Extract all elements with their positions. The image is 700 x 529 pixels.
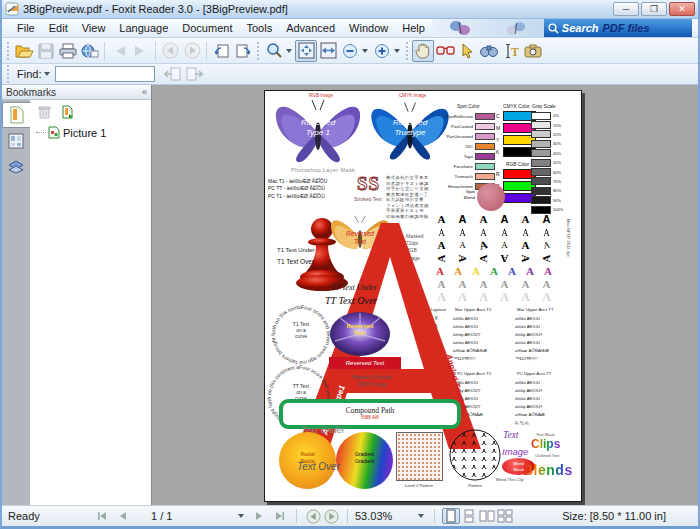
select-tool-button[interactable] [456,40,478,62]
open-button[interactable] [13,40,35,62]
rotate-right-button[interactable] [232,40,254,62]
font-sample-lines: Mac T1 - àéîõüÆØ ÅÉÎÕÜPC TT - àéîõüÆØ ÅÉ… [268,178,327,200]
masked-overlap-label: Masked OverlapRGB Image [337,374,407,388]
continuous-facing-layout-button[interactable] [496,508,514,524]
compound-path-sub: fN88.AI8 [283,415,457,420]
gray-step-label: 70% [551,179,561,184]
pages-panel-icon [8,133,24,149]
minimize-button[interactable]: ─ [613,2,639,16]
bookmark-page-icon [48,126,60,139]
status-next-view-button[interactable] [322,508,340,524]
bookmark-item-picture1[interactable]: Picture 1 [30,122,151,139]
spot-color-swatch [475,123,495,130]
tt-text-under: TT Text Under [331,283,377,292]
next-page-button[interactable] [250,508,268,524]
search-pdf-box[interactable]: Search PDF files [544,19,692,37]
spot-blend-circle [477,183,505,211]
image-word: Image [502,446,528,457]
menu-document[interactable]: Document [175,20,239,36]
menu-advanced[interactable]: Advanced [279,20,342,36]
find-dropdown[interactable] [44,72,50,76]
rotate-left-button[interactable] [210,40,232,62]
gray-step-label: 30% [551,141,561,146]
fit-width-button[interactable] [317,40,339,62]
color-bar-row: K [496,147,536,157]
forward-button[interactable] [130,40,152,62]
status-previous-view-button[interactable] [304,508,322,524]
spot-color-swatch [475,153,495,160]
pdf-page[interactable]: RGB Image CMYK Image ReversedType 1 [264,90,582,502]
zoom-in-button[interactable] [371,40,393,62]
zoom-out-dropdown[interactable] [362,49,368,53]
gray-swatch [531,168,551,176]
findbar-gripper[interactable] [6,65,11,83]
menu-file[interactable]: File [10,20,42,36]
t1-curve-label: T1 Texton acurve [269,321,333,339]
a-glyph: A [494,239,515,252]
status-bar: Ready 1 / 1 53.03% Size: [8.50 * 11.00 i… [2,505,698,526]
email-button[interactable] [79,40,101,62]
reversed-text-band: Reversed Text [329,357,401,369]
snapshot-button[interactable] [522,40,544,62]
hand-tool-button[interactable] [412,40,434,62]
tab-layers[interactable] [2,154,30,180]
print-button[interactable] [57,40,79,62]
menu-tools[interactable]: Tools [239,20,279,36]
font-sample-line: PC TT - àéîõüÆØ ÅÉÎÕÜ [268,185,327,192]
find-previous-button[interactable] [161,63,183,85]
next-view-button[interactable] [181,40,203,62]
zoom-out-button[interactable] [339,40,361,62]
menu-language[interactable]: Language [112,20,175,36]
menu-help[interactable]: Help [395,20,432,36]
search-rest: PDF files [603,22,650,34]
page-number-box[interactable]: 1 / 1 [135,510,247,522]
single-page-layout-button[interactable] [442,508,460,524]
a-grid-side-note: Mac NFNT 9512 dpi [566,219,571,256]
cmyk-bars: CMYK [496,111,536,159]
toolbar-gripper[interactable] [405,42,410,60]
separator [347,509,348,523]
color-bar-letter: R [496,171,503,177]
zoom-in-dropdown[interactable] [394,49,400,53]
color-bar-row: M [496,123,536,133]
page-dropdown-caret [238,514,244,518]
find-label: Find: [17,68,41,80]
last-page-button[interactable] [271,508,289,524]
color-bar-row: C [496,111,536,121]
facing-layout-button[interactable] [478,508,496,524]
document-area[interactable]: RGB Image CMYK Image ReversedType 1 [152,85,698,505]
toolbar-gripper[interactable] [256,42,261,60]
toolbar-gripper[interactable] [6,42,11,60]
pc-tt-row: àéîõü AEIOU [515,379,545,387]
expand-bookmark-icon[interactable] [61,105,74,119]
color-bar-letter: K [496,149,503,155]
first-page-button[interactable] [93,508,111,524]
menu-window[interactable]: Window [342,20,395,36]
zoom-level-box[interactable]: 53.03% [355,510,427,522]
find-next-button[interactable] [183,63,205,85]
previous-page-button[interactable] [114,508,132,524]
zoom-tool-button[interactable] [263,40,285,62]
tab-bookmarks[interactable] [2,102,30,128]
delete-bookmark-icon[interactable] [38,105,51,119]
menu-edit[interactable]: Edit [42,20,75,36]
text-select-button[interactable]: T [500,40,522,62]
gray-step-row: 10% [531,120,563,129]
gray-step-label: 0% [551,113,559,118]
color-bar-row: R [496,169,536,179]
continuous-layout-button[interactable] [460,508,478,524]
collapse-pane-button[interactable]: « [142,87,147,97]
fit-page-button[interactable] [295,40,317,62]
close-button[interactable]: ✕ [669,2,695,16]
back-button[interactable] [108,40,130,62]
mac-tt-row: ™¢£¥§¶®© [515,355,549,363]
restore-button[interactable]: ❐ [641,2,667,16]
zoom-tool-dropdown[interactable] [286,49,292,53]
previous-view-button[interactable] [159,40,181,62]
save-button[interactable] [35,40,57,62]
find-input[interactable] [55,66,155,82]
marquee-zoom-button[interactable] [434,40,456,62]
menu-view[interactable]: View [75,20,113,36]
tab-pages[interactable] [2,128,30,154]
find-button[interactable] [478,40,500,62]
